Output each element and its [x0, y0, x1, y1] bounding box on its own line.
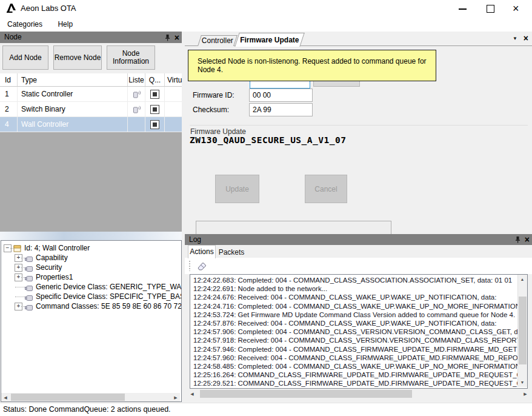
menu-categories[interactable]: Categories — [0, 17, 49, 32]
pin-icon[interactable] — [514, 236, 521, 243]
document-tab-strip: Controller Firmware Update ▼ × — [185, 32, 532, 46]
window-controls: × — [448, 0, 532, 17]
tree-root[interactable]: − Id: 4; Wall Controller — [1, 243, 181, 253]
node-panel-close-icon[interactable]: × — [175, 34, 179, 41]
tree-item[interactable]: + Capability — [1, 253, 181, 263]
title-bar: Aeon Labs OTA × — [0, 0, 532, 17]
checksum-input[interactable] — [249, 103, 313, 116]
tree-item[interactable]: + Command Classes: 5E 85 59 8E 60 86 70 … — [1, 301, 181, 311]
scroll-down-icon[interactable]: ▼ — [518, 380, 527, 384]
group-separator — [190, 125, 528, 126]
log-entry: 12:24:24.676: Received: 004 - COMMAND_CL… — [193, 293, 519, 301]
remove-node-button[interactable]: Remove Node — [53, 45, 102, 70]
minimize-button[interactable] — [448, 0, 476, 17]
toolbar-grip[interactable] — [189, 261, 190, 271]
clear-log-eraser-icon[interactable] — [196, 261, 207, 272]
col-header-queue[interactable]: Q... — [145, 73, 164, 86]
firmware-panel: Controller Firmware Update ▼ × Selected … — [185, 32, 532, 403]
firmware-update-group-label: Firmware Update — [190, 127, 246, 136]
col-header-virtual[interactable]: Virtu — [164, 73, 185, 86]
log-lines: 12:24:22.683: Completed: 004 - COMMAND_C… — [190, 276, 519, 387]
tree-item[interactable]: Specific Device Class: SPECIFIC_TYPE_BAS… — [1, 292, 181, 301]
tree-item[interactable]: + Properties1 — [1, 272, 181, 282]
table-row-selected[interactable]: 4 Wall Controller — [0, 117, 182, 132]
row-type: Static Controller — [17, 87, 130, 101]
node-information-button[interactable]: Node Information — [107, 45, 155, 70]
node-panel-header: Node × — [0, 32, 182, 43]
tab-label: Firmware Update — [238, 33, 302, 47]
add-node-button[interactable]: Add Node — [2, 45, 48, 70]
queue-checkbox[interactable] — [145, 117, 164, 132]
window-title: Aeon Labs OTA — [21, 0, 76, 17]
node-table: Id Type Liste Q... Virtu 1 Static Contro… — [0, 73, 182, 232]
app-window: Aeon Labs OTA × Categories Help Node × A… — [0, 0, 532, 416]
queue-checkbox[interactable] — [145, 87, 164, 101]
node-detail-tree: − Id: 4; Wall Controller + Capability + … — [1, 240, 182, 402]
table-row[interactable]: 2 Switch Binary — [0, 102, 182, 117]
checksum-label: Checksum: — [193, 106, 229, 114]
listening-icon — [127, 87, 145, 101]
listening-cell-empty — [127, 117, 145, 132]
tree-root-label: Id: 4; Wall Controller — [24, 243, 90, 253]
tab-actions[interactable]: Actions — [188, 245, 216, 258]
queue-checkbox[interactable] — [145, 102, 164, 116]
tree-item[interactable]: Generic Device Class: GENERIC_TYPE_WALL_… — [1, 282, 181, 292]
horizontal-splitter[interactable] — [0, 232, 182, 240]
close-button[interactable]: × — [504, 0, 532, 17]
tree-item-label: Command Classes: 5E 85 59 8E 60 86 70 72… — [36, 301, 182, 311]
log-panel-title: Log — [189, 234, 201, 246]
tree-item[interactable]: + Security — [1, 263, 181, 272]
tab-list-dropdown-icon[interactable]: ▼ — [513, 36, 517, 41]
tab-controller[interactable]: Controller — [198, 35, 238, 46]
col-header-type[interactable]: Type — [17, 73, 130, 86]
log-hscrollbar[interactable]: ◀ ▶ — [185, 389, 531, 398]
tree-connector — [15, 297, 25, 297]
row-type: Wall Controller — [17, 117, 130, 132]
scroll-left-icon[interactable]: ◀ — [2, 395, 8, 400]
menu-bar: Categories Help — [0, 17, 532, 32]
maximize-button[interactable] — [476, 0, 504, 17]
log-entry: 12:24:57.960: Received: 004 - COMMAND_CL… — [193, 354, 519, 362]
pin-icon[interactable] — [164, 34, 171, 41]
log-output[interactable]: 12:24:22.683: Completed: 004 - COMMAND_C… — [190, 274, 528, 389]
tree-item-label: Capability — [36, 253, 68, 263]
tab-label: Controller — [200, 36, 235, 46]
scroll-thumb[interactable] — [519, 297, 527, 364]
log-entry: 12:24:57.906: Completed: 004 - COMMAND_C… — [193, 327, 519, 336]
log-tabs: Actions Packets — [185, 245, 532, 258]
notification-tooltip: Selected Node is non-listenong. Request … — [188, 50, 436, 81]
log-panel-close-icon[interactable]: × — [525, 236, 530, 243]
scroll-up-icon[interactable]: ▲ — [518, 277, 527, 281]
log-entry: 12:24:24.716: Completed: 004 - COMMAND_C… — [193, 302, 519, 310]
firmware-progress-bar — [196, 221, 391, 235]
node-table-header: Id Type Liste Q... Virtu — [0, 73, 182, 87]
log-entry: 12:24:57.918: Received: 004 - COMMAND_CL… — [193, 336, 519, 344]
update-button[interactable]: Update — [215, 175, 259, 203]
minimize-icon — [459, 8, 467, 10]
log-entry: 12:24:58.485: Completed: 004 - COMMAND_C… — [193, 362, 519, 371]
row-type: Switch Binary — [17, 102, 130, 116]
log-vscrollbar[interactable]: ▲ ▼ — [517, 275, 527, 387]
log-entry: 12:24:57.946: Completed: 004 - COMMAND_C… — [193, 345, 519, 354]
col-header-listening[interactable]: Liste — [127, 73, 145, 86]
cancel-button[interactable]: Cancel — [305, 175, 347, 203]
log-entry: 12:24:53.724: Get Firmware MD Update Com… — [193, 310, 519, 319]
tree-item-label: Specific Device Class: SPECIFIC_TYPE_BAS… — [36, 292, 182, 301]
scroll-thumb[interactable] — [200, 390, 412, 398]
tab-firmware-update[interactable]: Firmware Update — [234, 33, 304, 47]
scroll-right-icon[interactable]: ▶ — [173, 395, 179, 400]
tab-packets[interactable]: Packets — [216, 245, 247, 258]
table-row[interactable]: 1 Static Controller — [0, 87, 182, 102]
scroll-left-icon[interactable]: ◀ — [189, 392, 195, 397]
firmware-id-input[interactable] — [249, 89, 313, 102]
log-entry: 12:25:16.264: COMMAND_CLASS_FIRMWARE_UPD… — [193, 371, 519, 379]
log-entry: 12:24:22.683: Completed: 004 - COMMAND_C… — [193, 276, 519, 284]
virtual-cell — [164, 117, 185, 132]
scroll-right-icon[interactable]: ▶ — [522, 392, 528, 397]
tree-hscrollbar[interactable]: ◀ ▶ — [1, 393, 180, 401]
document-close-icon[interactable]: × — [524, 35, 528, 42]
menu-help[interactable]: Help — [51, 17, 79, 32]
log-panel-header: Log × — [185, 234, 532, 245]
virtual-cell — [164, 87, 185, 101]
scroll-thumb[interactable] — [11, 394, 125, 401]
